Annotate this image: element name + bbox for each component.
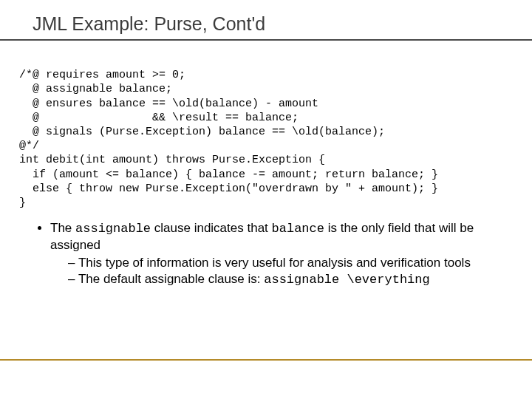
code-line: if (amount <= balance) { balance -= amou… (19, 168, 438, 181)
code-line: int debit(int amount) throws Purse.Excep… (19, 154, 325, 166)
code-line: @ && \result == balance; (19, 112, 299, 124)
code-inline: balance (272, 222, 324, 236)
code-line: @ ensures balance == \old(balance) - amo… (19, 98, 318, 110)
code-line: /*@ requires amount >= 0; (19, 69, 185, 81)
bullet-item: The assignable clause indicates that bal… (50, 220, 511, 288)
bullet-list: The assignable clause indicates that bal… (37, 220, 511, 288)
text: The default assignable clause is: (78, 272, 264, 286)
slide-title: JML Example: Purse, Cont'd (27, 13, 511, 35)
code-line: else { throw new Purse.Exception("overdr… (19, 183, 438, 195)
code-line: @ assignable balance; (19, 83, 172, 95)
sub-bullet-item: This type of information is very useful … (68, 255, 511, 271)
slide: JML Example: Purse, Cont'd /*@ requires … (0, 0, 532, 399)
text: The (50, 221, 75, 235)
code-line: @*/ (19, 140, 39, 152)
text: This type of information is very useful … (78, 256, 471, 270)
code-inline: assignable \everything (264, 273, 429, 287)
footer-divider (0, 359, 532, 361)
code-line: @ signals (Purse.Exception) balance == \… (19, 126, 385, 138)
code-line: } (19, 197, 26, 209)
sub-bullet-item: The default assignable clause is: assign… (68, 271, 511, 288)
text: clause indicates that (151, 221, 271, 235)
code-inline: assignable (75, 222, 151, 236)
code-block: /*@ requires amount >= 0; @ assignable b… (19, 54, 511, 210)
title-divider (0, 39, 532, 41)
